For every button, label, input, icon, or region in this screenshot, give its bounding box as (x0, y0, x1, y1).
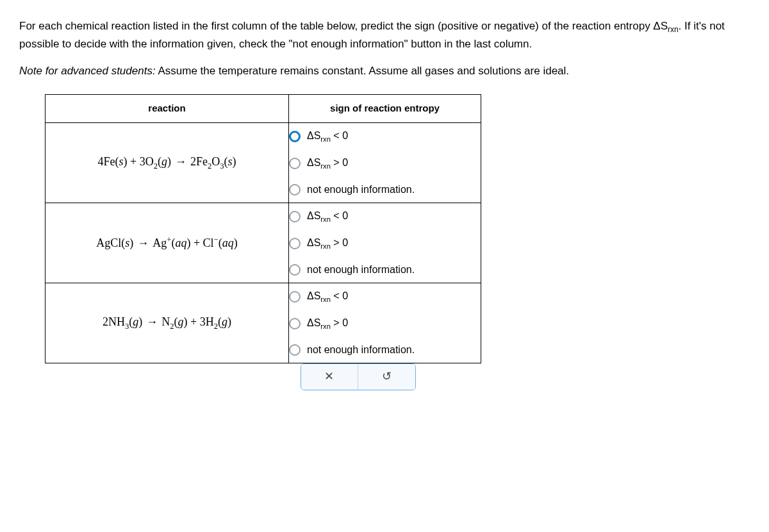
option-nei[interactable]: not enough information. (289, 177, 481, 203)
options-3: ΔSrxn < 0 ΔSrxn > 0 not enough informati… (289, 283, 481, 363)
action-buttons: ✕ ↺ (301, 363, 416, 390)
reaction-1: 4Fe(s) + 3O2(g)→2Fe2O3(s) (45, 122, 289, 203)
option-gt-0[interactable]: ΔSrxn > 0 (289, 150, 481, 177)
reset-icon: ↺ (382, 368, 392, 385)
table-row: 4Fe(s) + 3O2(g)→2Fe2O3(s) ΔSrxn < 0 ΔSrx… (45, 122, 481, 203)
header-reaction: reaction (45, 95, 289, 123)
reaction-2: AgCl(s)→Ag+(aq) + Cl−(aq) (45, 203, 289, 283)
radio-icon[interactable] (289, 344, 301, 356)
table-row: 2NH3(g)→N2(g) + 3H2(g) ΔSrxn < 0 ΔSrxn >… (45, 283, 481, 363)
close-icon: ✕ (324, 368, 334, 385)
radio-icon[interactable] (289, 291, 301, 303)
option-lt-0[interactable]: ΔSrxn < 0 (289, 203, 481, 230)
header-entropy: sign of reaction entropy (289, 95, 481, 123)
delta-s-rxn-inline: ΔSrxn (653, 20, 678, 32)
option-lt-0[interactable]: ΔSrxn < 0 (289, 123, 481, 150)
advanced-note: Note for advanced students: Assume the t… (19, 63, 750, 79)
action-row: ✕ ↺ (45, 363, 481, 390)
radio-icon[interactable] (289, 318, 301, 329)
option-nei[interactable]: not enough information. (289, 337, 481, 363)
reaction-table: reaction sign of reaction entropy 4Fe(s)… (45, 94, 481, 390)
note-prefix: Note for advanced students: (19, 65, 156, 77)
reset-button[interactable]: ↺ (358, 364, 415, 390)
arrow-icon: → (142, 315, 161, 328)
reaction-3: 2NH3(g)→N2(g) + 3H2(g) (45, 283, 289, 363)
options-2: ΔSrxn < 0 ΔSrxn > 0 not enough informati… (289, 203, 481, 283)
question-text: For each chemical reaction listed in the… (19, 18, 750, 53)
radio-icon[interactable] (289, 131, 301, 142)
option-gt-0[interactable]: ΔSrxn > 0 (289, 230, 481, 257)
radio-icon[interactable] (289, 158, 301, 169)
radio-icon[interactable] (289, 184, 301, 195)
options-1: ΔSrxn < 0 ΔSrxn > 0 not enough informati… (289, 122, 481, 203)
arrow-icon: → (133, 237, 153, 249)
arrow-icon: → (171, 155, 190, 168)
option-nei[interactable]: not enough information. (289, 257, 481, 283)
table-row: AgCl(s)→Ag+(aq) + Cl−(aq) ΔSrxn < 0 ΔSrx… (45, 203, 481, 283)
question-part1: For each chemical reaction listed in the… (19, 20, 653, 32)
radio-icon[interactable] (289, 264, 301, 276)
clear-button[interactable]: ✕ (301, 364, 358, 390)
option-lt-0[interactable]: ΔSrxn < 0 (289, 283, 481, 310)
radio-icon[interactable] (289, 238, 301, 249)
radio-icon[interactable] (289, 211, 301, 222)
note-rest: Assume the temperature remains constant.… (156, 65, 569, 77)
option-gt-0[interactable]: ΔSrxn > 0 (289, 310, 481, 337)
